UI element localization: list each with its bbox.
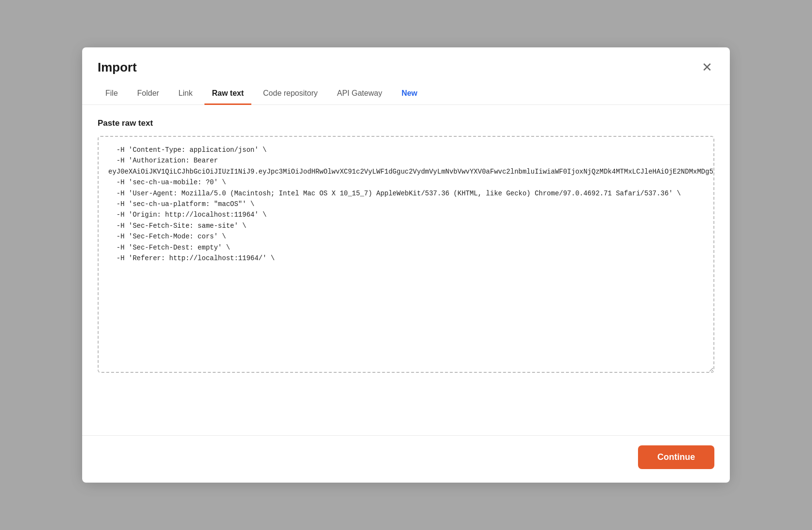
tab-link[interactable]: Link — [171, 83, 200, 105]
close-button[interactable]: ✕ — [700, 59, 714, 75]
tab-file[interactable]: File — [98, 83, 126, 105]
tab-code-repository[interactable]: Code repository — [255, 83, 325, 105]
tab-new[interactable]: New — [394, 83, 425, 105]
import-modal: Import ✕ File Folder Link Raw text Code … — [82, 47, 730, 483]
modal-overlay: Import ✕ File Folder Link Raw text Code … — [0, 0, 812, 530]
tabs-bar: File Folder Link Raw text Code repositor… — [82, 83, 730, 105]
modal-header: Import ✕ — [82, 47, 730, 75]
section-label: Paste raw text — [98, 118, 714, 128]
tab-api-gateway[interactable]: API Gateway — [329, 83, 390, 105]
close-icon: ✕ — [702, 61, 712, 74]
raw-text-input[interactable]: -H 'Content-Type: application/json' \ -H… — [98, 136, 714, 373]
continue-button[interactable]: Continue — [638, 445, 714, 469]
textarea-wrapper: -H 'Content-Type: application/json' \ -H… — [98, 136, 714, 424]
tab-folder[interactable]: Folder — [130, 83, 167, 105]
tab-raw-text[interactable]: Raw text — [204, 83, 252, 105]
modal-footer: Continue — [82, 435, 730, 483]
modal-title: Import — [98, 60, 137, 75]
modal-body: Paste raw text -H 'Content-Type: applica… — [82, 105, 730, 435]
